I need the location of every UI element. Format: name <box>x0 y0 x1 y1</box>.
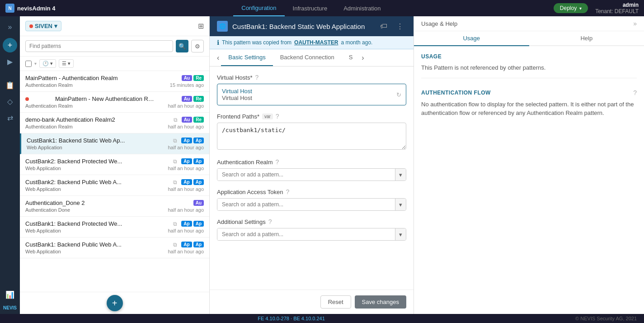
add-new-icon[interactable]: + <box>3 38 17 52</box>
tab-prev-icon[interactable]: ‹ <box>215 50 221 66</box>
chart-icon[interactable]: 📊 <box>3 289 17 304</box>
more-actions-icon[interactable]: ⋮ <box>394 21 406 32</box>
clipboard-icon[interactable]: 📋 <box>3 78 17 92</box>
copy-icon[interactable]: ⧉ <box>173 138 177 144</box>
tab-help[interactable]: Help <box>529 31 644 46</box>
tab-basic-settings[interactable]: Basic Settings <box>221 49 273 66</box>
icon-sidebar: » + ▶ 📋 ◇ ⇄ 📊 NEVIS <box>0 16 20 314</box>
additional-settings-help-icon[interactable]: ? <box>268 218 272 225</box>
list-item[interactable]: CustBank1: Backend Public Web A... ⧉ Ap … <box>20 238 209 258</box>
pattern-badges: Au Re <box>182 75 204 81</box>
expand-sidebar-icon[interactable]: » <box>3 20 17 34</box>
auth-realm-arrow-icon[interactable]: ▾ <box>395 169 406 180</box>
tab-s[interactable]: S <box>342 49 360 66</box>
virtual-hosts-label: Virtual Hosts* ? <box>217 74 406 81</box>
tenant-dropdown-icon: ▾ <box>54 23 57 29</box>
list-item[interactable]: MainPattern - New Authentication Real...… <box>20 92 209 113</box>
checkbox-dropdown-icon[interactable]: ▾ <box>34 61 37 66</box>
auth-realm-field: Authentication Realm ? ▾ <box>217 158 406 181</box>
app-brand: N nevisAdmin 4 <box>5 4 60 13</box>
tab-backend-connection[interactable]: Backend Connection <box>273 49 342 66</box>
tab-usage[interactable]: Usage <box>414 31 529 46</box>
badge-ap-2: Ap <box>193 179 204 185</box>
reset-button[interactable]: Reset <box>320 295 351 309</box>
app-name: nevisAdmin 4 <box>17 5 56 12</box>
list-item[interactable]: demo-bank Authentication Realm2 ⧉ Au Re … <box>20 113 209 133</box>
frontend-paths-input[interactable]: /custbank1/static/ <box>217 123 406 150</box>
badge-ap-1: Ap <box>181 221 192 227</box>
add-pattern-button[interactable]: + <box>107 295 123 311</box>
nav-tab-infrastructure[interactable]: Infrastructure <box>285 0 336 16</box>
nav-tab-administration[interactable]: Administration <box>335 0 389 16</box>
copy-icon[interactable]: ⧉ <box>173 158 177 165</box>
footer-copyright: © NEVIS Security AG, 2021 <box>575 316 637 321</box>
auth-realm-dropdown[interactable]: ▾ <box>217 168 406 181</box>
app-access-token-arrow-icon[interactable]: ▾ <box>395 199 406 210</box>
copy-icon[interactable]: ⧉ <box>173 242 177 248</box>
additional-settings-input[interactable] <box>217 228 395 240</box>
info-link[interactable]: OAUTH-MASTER <box>294 39 338 46</box>
virtual-host-name: Virtual Host <box>222 88 252 95</box>
info-text-prefix: This pattern was copied from <box>222 39 291 46</box>
frontend-paths-field: Frontend Paths* var ? /custbank1/static/ <box>217 113 406 151</box>
search-button[interactable]: 🔍 <box>176 40 188 52</box>
play-icon[interactable]: ▶ <box>3 54 17 69</box>
auth-realm-help-icon[interactable]: ? <box>276 158 279 166</box>
copy-icon[interactable]: ⧉ <box>174 117 178 123</box>
pattern-type: Web Application <box>25 186 61 192</box>
refresh-icon[interactable]: ↻ <box>396 91 401 98</box>
username: admin <box>595 2 639 8</box>
list-item[interactable]: Authentication_Done 2 Au Authentication … <box>20 196 209 217</box>
search-row: 🔍 ⚙ <box>20 36 209 57</box>
virtual-host-box[interactable]: Virtual Host Virtual Host ↻ <box>217 84 406 105</box>
auth-flow-header: AUTHENTICATION FLOW ? <box>421 89 637 96</box>
app-access-token-input[interactable] <box>217 199 395 210</box>
grid-view-icon[interactable]: ⊞ <box>198 22 204 30</box>
view-toggle-button[interactable]: ☰ ▾ <box>59 59 74 68</box>
search-input[interactable] <box>25 40 173 52</box>
sort-button[interactable]: 🕐 ▾ <box>39 59 56 68</box>
virtual-hosts-help-icon[interactable]: ? <box>255 74 259 81</box>
auth-flow-help-icon[interactable]: ? <box>633 89 637 96</box>
pattern-type-icon: 🌐 <box>217 21 228 32</box>
list-controls: ▾ 🕐 ▾ ☰ ▾ <box>20 57 209 71</box>
badge-ap-1: Ap <box>181 242 192 247</box>
tenant-selector[interactable]: SIVEN ▾ <box>25 21 61 31</box>
info-icon: ℹ <box>217 39 219 46</box>
tag-icon[interactable]: ◇ <box>3 94 17 109</box>
nav-tab-configuration[interactable]: Configuration <box>233 0 284 16</box>
right-panel-expand-icon[interactable]: » <box>633 20 637 27</box>
right-panel-header: Usage & Help » <box>414 16 644 31</box>
filter-button[interactable]: ⚙ <box>191 40 204 52</box>
app-access-token-help-icon[interactable]: ? <box>286 188 289 195</box>
user-tenant: Tenant: DEFAULT <box>595 8 639 14</box>
app-footer: FE 4.10.0-278 · BE 4.10.0.241 © NEVIS Se… <box>0 314 644 323</box>
tab-next-icon[interactable]: › <box>360 50 366 66</box>
info-bar: ℹ This pattern was copied from OAUTH-MAS… <box>210 36 414 49</box>
list-item[interactable]: CustBank2: Backend Public Web A... ⧉ Ap … <box>20 175 209 196</box>
arrows-icon[interactable]: ⇄ <box>3 110 17 125</box>
list-item[interactable]: CustBank2: Backend Protected We... ⧉ Ap … <box>20 154 209 175</box>
right-panel-title: Usage & Help <box>421 20 457 27</box>
additional-settings-arrow-icon[interactable]: ▾ <box>395 228 406 240</box>
app-access-token-dropdown[interactable]: ▾ <box>217 198 406 211</box>
info-text-suffix: a month ago. <box>341 39 372 46</box>
pattern-type: Web Application <box>27 145 62 150</box>
pattern-time: half an hour ago <box>168 166 204 171</box>
frontend-paths-help-icon[interactable]: ? <box>276 113 279 120</box>
copy-icon[interactable]: ⧉ <box>173 221 177 227</box>
auth-realm-input[interactable] <box>217 169 395 180</box>
additional-settings-dropdown[interactable]: ▾ <box>217 228 406 241</box>
pattern-time: half an hour ago <box>168 103 204 109</box>
pattern-badges: Au <box>193 200 204 206</box>
select-all-checkbox[interactable] <box>25 61 32 67</box>
copy-icon[interactable]: ⧉ <box>173 179 177 185</box>
tag-action-icon[interactable]: 🏷 <box>377 21 390 32</box>
list-item[interactable]: CustBank1: Backend Protected We... ⧉ Ap … <box>20 217 209 238</box>
list-item[interactable]: CustBank1: Backend Static Web Ap... ⧉ Ap… <box>20 133 209 154</box>
save-changes-button[interactable]: Save changes <box>355 295 406 309</box>
deploy-button[interactable]: Deploy ▾ <box>554 3 588 13</box>
pattern-badges: Ap Ap <box>181 158 204 164</box>
pattern-time: half an hour ago <box>168 124 204 129</box>
list-item[interactable]: MainPattern - Authentication Realm Au Re… <box>20 71 209 92</box>
